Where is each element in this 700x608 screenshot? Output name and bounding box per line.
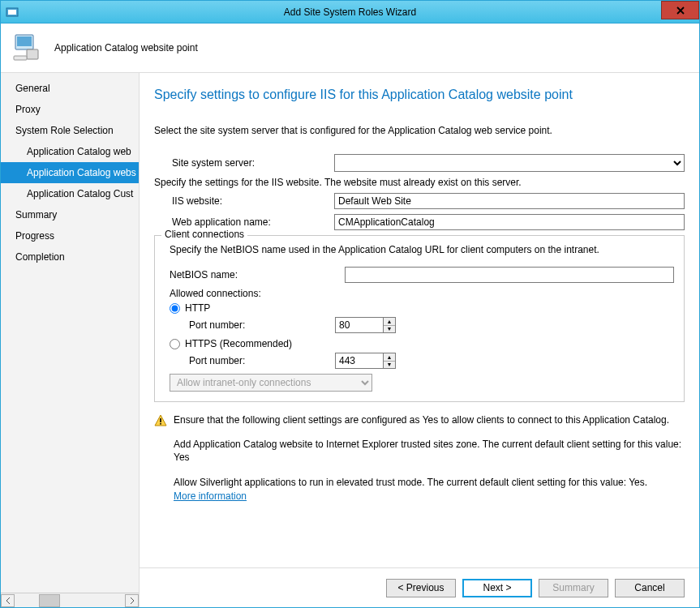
warning-icon — [154, 414, 167, 427]
nav-system-role-selection[interactable]: System Role Selection — [1, 120, 139, 141]
header-subtitle: Application Catalog website point — [54, 42, 198, 54]
window-title: Add Site System Roles Wizard — [1, 6, 699, 18]
chevron-right-icon — [130, 597, 135, 604]
iis-website-input[interactable] — [334, 193, 685, 209]
computer-icon — [11, 32, 43, 64]
titlebar: Add Site System Roles Wizard — [1, 1, 699, 24]
warning-line2: Add Application Catalog website to Inter… — [174, 438, 685, 464]
previous-button[interactable]: < Previous — [386, 579, 456, 597]
svg-rect-7 — [160, 423, 161, 425]
https-port-down[interactable]: ▼ — [384, 362, 395, 369]
svg-rect-6 — [160, 418, 161, 422]
nav-app-catalog-website[interactable]: Application Catalog webs — [1, 162, 139, 183]
wizard-footer: < Previous Next > Summary Cancel — [140, 567, 699, 607]
summary-button: Summary — [539, 579, 608, 597]
next-button[interactable]: Next > — [462, 579, 532, 597]
http-radio-row[interactable]: HTTP — [170, 302, 674, 314]
wizard-sidebar: General Proxy System Role Selection Appl… — [1, 73, 140, 607]
webapp-name-label: Web application name: — [154, 216, 334, 228]
svg-rect-3 — [17, 36, 32, 46]
nav-completion[interactable]: Completion — [1, 246, 139, 268]
more-info-link[interactable]: More information — [174, 490, 247, 502]
cancel-button[interactable]: Cancel — [615, 579, 685, 597]
http-port-label: Port number: — [189, 319, 335, 331]
allowed-connections-label: Allowed connections: — [170, 288, 674, 299]
https-label: HTTPS (Recommended) — [185, 338, 292, 349]
scroll-thumb[interactable] — [39, 594, 60, 607]
https-radio-row[interactable]: HTTPS (Recommended) — [170, 338, 674, 349]
http-port-down[interactable]: ▼ — [384, 326, 395, 333]
client-connections-group: Client connections Specify the NetBIOS n… — [154, 235, 685, 402]
site-server-label: Site system server: — [154, 157, 334, 169]
wizard-header: Application Catalog website point — [1, 24, 699, 73]
nav-app-catalog-web[interactable]: Application Catalog web — [1, 141, 139, 162]
wizard-page: Specify settings to configure IIS for th… — [140, 73, 699, 567]
connection-mode-select: Allow intranet-only connections — [170, 374, 372, 392]
nav-app-catalog-cust[interactable]: Application Catalog Cust — [1, 183, 139, 204]
nav-general[interactable]: General — [1, 78, 139, 99]
warning-line1: Ensure that the following client setting… — [174, 413, 685, 426]
nav-summary[interactable]: Summary — [1, 204, 139, 225]
https-port-label: Port number: — [189, 355, 335, 366]
https-port-input[interactable] — [335, 353, 384, 369]
webapp-name-input[interactable] — [334, 214, 685, 230]
netbios-note: Specify the NetBIOS name used in the App… — [170, 244, 674, 255]
nav-progress[interactable]: Progress — [1, 225, 139, 246]
site-server-select[interactable] — [334, 154, 685, 172]
netbios-label: NetBIOS name: — [165, 269, 345, 280]
http-port-input[interactable] — [335, 317, 384, 333]
http-port-up[interactable]: ▲ — [384, 318, 395, 326]
netbios-input[interactable] — [345, 267, 674, 283]
scroll-left-button[interactable] — [1, 594, 15, 607]
iis-note: Specify the settings for the IIS website… — [154, 177, 685, 188]
nav-list: General Proxy System Role Selection Appl… — [1, 73, 139, 593]
warning-line3: Allow Silverlight applications to run in… — [174, 476, 685, 489]
http-label: HTTP — [185, 302, 210, 314]
https-radio[interactable] — [170, 339, 180, 349]
svg-rect-4 — [27, 49, 38, 59]
client-connections-legend: Client connections — [161, 229, 247, 240]
https-port-up[interactable]: ▲ — [384, 353, 395, 362]
nav-proxy[interactable]: Proxy — [1, 99, 139, 120]
intro-text: Select the site system server that is co… — [154, 125, 685, 136]
sidebar-scrollbar[interactable] — [1, 593, 139, 607]
page-title: Specify settings to configure IIS for th… — [154, 88, 685, 102]
close-button[interactable] — [661, 1, 699, 19]
iis-website-label: IIS website: — [154, 195, 334, 207]
chevron-left-icon — [6, 597, 11, 604]
close-icon — [676, 6, 685, 15]
scroll-track[interactable] — [15, 594, 125, 607]
scroll-right-button[interactable] — [125, 594, 139, 607]
http-radio[interactable] — [170, 303, 180, 314]
svg-rect-5 — [14, 56, 27, 60]
